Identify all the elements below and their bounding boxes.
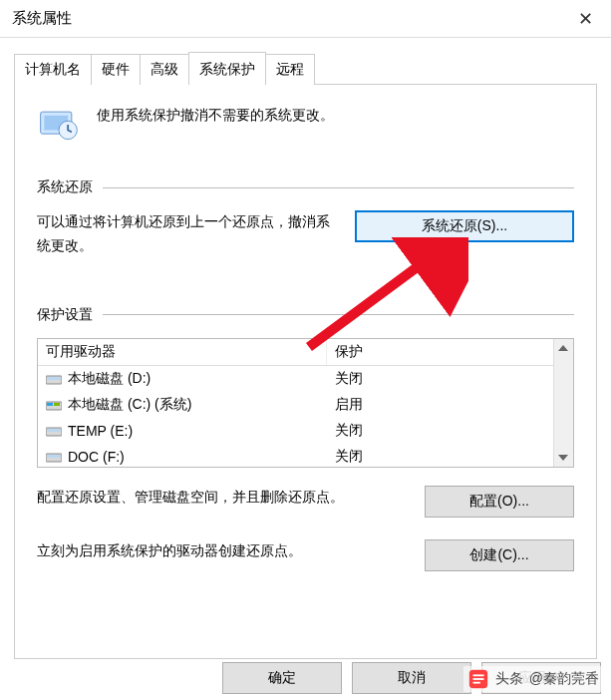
tab-computer-name[interactable]: 计算机名 xyxy=(14,54,92,85)
svg-rect-14 xyxy=(472,674,483,676)
tab-panel-system-protection: 使用系统保护撤消不需要的系统更改。 系统还原 可以通过将计算机还原到上一个还原点… xyxy=(14,85,597,659)
button-label: 创建(C)... xyxy=(469,546,528,562)
svg-rect-16 xyxy=(472,682,479,684)
windows-disk-icon xyxy=(46,399,62,411)
divider xyxy=(103,187,574,188)
disk-icon xyxy=(46,425,62,437)
drive-status: 关闭 xyxy=(327,368,553,390)
restore-description: 可以通过将计算机还原到上一个还原点，撤消系统更改。 xyxy=(37,210,337,258)
drive-name: 本地磁盘 (D:) xyxy=(68,370,151,388)
drive-status: 关闭 xyxy=(327,420,553,442)
tab-label: 高级 xyxy=(151,61,178,77)
drive-list-header: 可用驱动器 保护 xyxy=(38,339,553,366)
svg-rect-6 xyxy=(47,403,53,406)
drive-name: DOC (F:) xyxy=(68,449,125,465)
close-icon: ✕ xyxy=(578,8,593,30)
drive-status: 启用 xyxy=(327,394,553,416)
tab-label: 计算机名 xyxy=(25,61,81,77)
section-title: 系统还原 xyxy=(37,178,93,196)
intro-row: 使用系统保护撤消不需要的系统更改。 xyxy=(37,103,574,147)
column-drive: 可用驱动器 xyxy=(38,339,327,365)
watermark-prefix: 头条 xyxy=(495,670,523,688)
system-restore-button[interactable]: 系统还原(S)... xyxy=(355,210,574,242)
svg-rect-15 xyxy=(472,678,483,680)
create-description: 立刻为启用系统保护的驱动器创建还原点。 xyxy=(37,539,407,563)
scrollbar[interactable] xyxy=(553,339,573,467)
window-title: 系统属性 xyxy=(12,9,559,28)
tab-advanced[interactable]: 高级 xyxy=(140,54,189,85)
disk-icon xyxy=(46,373,62,385)
watermark: 头条 @秦韵莞香 xyxy=(463,666,603,692)
tab-hardware[interactable]: 硬件 xyxy=(91,54,141,85)
drive-list-body: 可用驱动器 保护 本地磁盘 (D:) 关闭 本地磁盘 (C:) (系统) 启用 … xyxy=(38,339,553,467)
configure-row: 配置还原设置、管理磁盘空间，并且删除还原点。 配置(O)... xyxy=(37,486,574,518)
close-button[interactable]: ✕ xyxy=(559,0,611,38)
restore-row: 可以通过将计算机还原到上一个还原点，撤消系统更改。 系统还原(S)... xyxy=(37,210,574,258)
disk-icon xyxy=(46,451,62,463)
drive-row[interactable]: 本地磁盘 (C:) (系统) 启用 xyxy=(38,392,553,418)
configure-description: 配置还原设置、管理磁盘空间，并且删除还原点。 xyxy=(37,486,407,510)
button-label: 系统还原(S)... xyxy=(422,217,507,233)
drive-row[interactable]: 本地磁盘 (D:) 关闭 xyxy=(38,366,553,392)
section-header-restore: 系统还原 xyxy=(37,178,574,196)
tab-label: 硬件 xyxy=(102,61,130,77)
tab-remote[interactable]: 远程 xyxy=(265,54,315,85)
button-label: 配置(O)... xyxy=(469,493,529,509)
section-header-protection: 保护设置 xyxy=(37,306,574,324)
svg-rect-9 xyxy=(47,429,61,432)
title-bar: 系统属性 ✕ xyxy=(0,0,611,38)
svg-rect-4 xyxy=(47,377,61,380)
intro-text: 使用系统保护撤消不需要的系统更改。 xyxy=(97,103,334,125)
drive-row[interactable]: DOC (F:) 关闭 xyxy=(38,444,553,470)
svg-rect-7 xyxy=(54,403,60,406)
column-status: 保护 xyxy=(327,339,553,365)
toutiao-icon xyxy=(467,668,489,690)
svg-rect-11 xyxy=(47,455,61,458)
drive-name: TEMP (E:) xyxy=(68,423,133,439)
button-label: 取消 xyxy=(398,669,426,685)
section-title: 保护设置 xyxy=(37,306,93,324)
cancel-button[interactable]: 取消 xyxy=(352,662,471,694)
divider xyxy=(103,314,574,315)
ok-button[interactable]: 确定 xyxy=(222,662,342,694)
tab-label: 远程 xyxy=(276,61,304,77)
create-button[interactable]: 创建(C)... xyxy=(425,539,574,571)
drive-list[interactable]: 可用驱动器 保护 本地磁盘 (D:) 关闭 本地磁盘 (C:) (系统) 启用 … xyxy=(37,338,574,468)
tab-strip: 计算机名 硬件 高级 系统保护 远程 xyxy=(0,38,611,85)
tab-system-protection[interactable]: 系统保护 xyxy=(188,52,266,85)
tab-label: 系统保护 xyxy=(199,61,255,77)
system-protection-icon xyxy=(37,103,81,147)
drive-status: 关闭 xyxy=(327,446,553,468)
configure-button[interactable]: 配置(O)... xyxy=(425,486,574,518)
drive-name: 本地磁盘 (C:) (系统) xyxy=(68,396,191,414)
create-row: 立刻为启用系统保护的驱动器创建还原点。 创建(C)... xyxy=(37,539,574,571)
drive-row[interactable]: TEMP (E:) 关闭 xyxy=(38,418,553,444)
button-label: 确定 xyxy=(268,669,296,685)
watermark-author: @秦韵莞香 xyxy=(529,670,599,688)
